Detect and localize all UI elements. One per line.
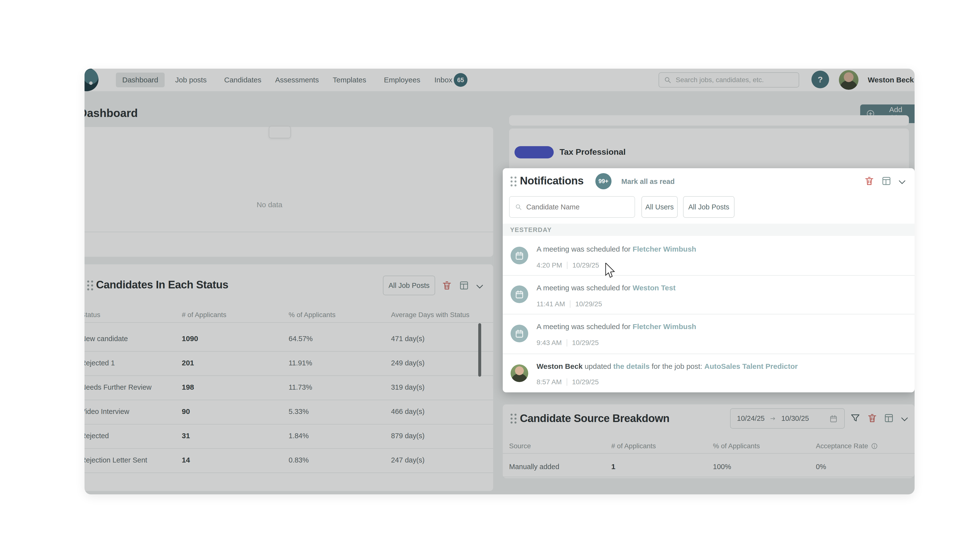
calendar-event-icon [511, 247, 528, 264]
notification-text: A meeting was scheduled for Fletcher Wim… [536, 322, 696, 331]
delete-widget-trash-icon[interactable] [864, 175, 875, 187]
calendar-event-icon [511, 286, 528, 303]
candidate-name-input[interactable] [526, 203, 630, 211]
mark-all-read-link[interactable]: Mark all as read [621, 177, 675, 186]
actor-name: Weston Beck [536, 362, 582, 370]
candidate-name-search[interactable] [509, 196, 635, 218]
notification-text: Weston Beck updated the details for the … [536, 362, 798, 370]
drag-handle-icon[interactable] [510, 175, 517, 187]
notification-timestamp: 8:57 AM10/29/25 [536, 378, 599, 386]
candidate-link[interactable]: Weston Test [633, 284, 676, 292]
details-link[interactable]: the details [613, 362, 649, 370]
mouse-cursor [604, 263, 617, 279]
job-post-link[interactable]: AutoSales Talent Predictor [705, 362, 798, 370]
search-icon [514, 203, 522, 211]
section-header-yesterday: YESTERDAY [503, 223, 915, 236]
notification-text: A meeting was scheduled for Fletcher Wim… [536, 245, 696, 253]
unread-count-badge: 99+ [595, 173, 611, 189]
notifications-widget: Notifications 99+ Mark all as read All U… [503, 168, 915, 392]
actor-avatar [511, 364, 528, 382]
candidate-link[interactable]: Fletcher Wimbush [633, 245, 696, 253]
calendar-event-icon [511, 325, 528, 342]
all-users-filter[interactable]: All Users [641, 196, 678, 218]
notifications-title: Notifications [520, 175, 584, 187]
notification-timestamp: 11:41 AM10/29/25 [536, 300, 602, 308]
candidate-link[interactable]: Fletcher Wimbush [633, 322, 696, 330]
all-job-posts-filter[interactable]: All Job Posts [683, 196, 735, 218]
notification-timestamp: 9:43 AM10/29/25 [536, 339, 599, 347]
app-window: Dashboard Job posts Candidates Assessmen… [84, 69, 915, 495]
widget-columns-icon[interactable] [881, 175, 892, 187]
collapse-widget-chevron-icon[interactable] [897, 177, 907, 187]
notification-text: A meeting was scheduled for Weston Test [536, 284, 676, 292]
notification-timestamp: 4:20 PM10/29/25 [536, 262, 599, 269]
